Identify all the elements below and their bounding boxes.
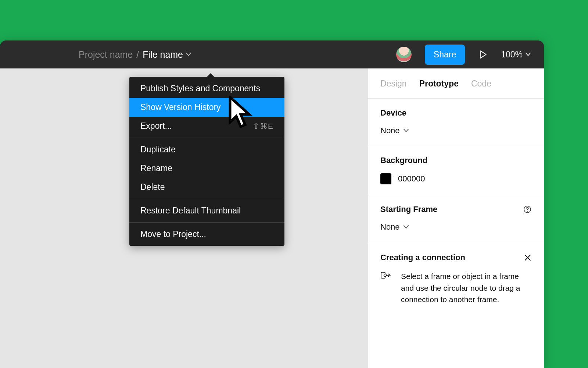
- starting-frame-title-label: Starting Frame: [380, 205, 437, 214]
- menu-item-rename[interactable]: Rename: [129, 159, 284, 178]
- cursor-icon: [229, 96, 254, 129]
- toolbar-right: Share 100%: [396, 45, 531, 65]
- tab-code[interactable]: Code: [471, 79, 491, 89]
- chevron-down-icon: [404, 225, 409, 229]
- starting-frame-select[interactable]: None: [380, 222, 531, 232]
- hint-title: Creating a connection: [380, 253, 465, 262]
- device-section: Device None: [368, 99, 544, 146]
- svg-point-3: [384, 274, 387, 277]
- project-name[interactable]: Project name: [79, 49, 133, 60]
- breadcrumb-separator: /: [136, 49, 139, 60]
- menu-item-version-history[interactable]: Show Version History: [129, 98, 284, 117]
- menu-separator: [129, 222, 284, 223]
- app-window: Project name / File name Share 100% Publ…: [0, 40, 544, 368]
- menu-item-export[interactable]: Export... ⇧⌘E: [129, 117, 284, 135]
- hint-section: Creating a connection Select a frame or …: [368, 243, 544, 315]
- menu-item-delete[interactable]: Delete: [129, 178, 284, 197]
- menu-item-label: Move to Project...: [140, 229, 206, 239]
- menu-item-label: Restore Default Thumbnail: [140, 206, 241, 216]
- menu-item-restore-thumbnail[interactable]: Restore Default Thumbnail: [129, 201, 284, 220]
- menu-item-publish[interactable]: Publish Styles and Components: [129, 77, 284, 98]
- menu-separator: [129, 138, 284, 138]
- file-name-menu-trigger[interactable]: File name: [143, 49, 191, 60]
- help-icon[interactable]: [523, 205, 531, 213]
- toolbar: Project name / File name Share 100%: [0, 40, 544, 68]
- close-icon[interactable]: [524, 254, 531, 261]
- file-name: File name: [143, 49, 183, 60]
- zoom-value: 100%: [501, 50, 523, 60]
- share-button[interactable]: Share: [425, 45, 465, 65]
- panel-tabs: Design Prototype Code: [368, 68, 544, 99]
- device-select[interactable]: None: [380, 126, 531, 135]
- menu-item-label: Export...: [140, 121, 172, 131]
- starting-frame-section: Starting Frame None: [368, 195, 544, 243]
- canvas[interactable]: Publish Styles and Components Show Versi…: [0, 68, 544, 368]
- background-section: Background 000000: [368, 146, 544, 195]
- background-color-control[interactable]: 000000: [380, 173, 531, 184]
- hint-body: Select a frame or object in a frame and …: [380, 270, 531, 305]
- starting-frame-title: Starting Frame: [380, 205, 531, 214]
- menu-item-duplicate[interactable]: Duplicate: [129, 140, 284, 159]
- menu-item-label: Publish Styles and Components: [140, 84, 260, 93]
- menu-item-shortcut: ⇧⌘E: [253, 122, 273, 131]
- color-swatch[interactable]: [380, 173, 391, 184]
- hint-text: Select a frame or object in a frame and …: [401, 270, 522, 305]
- hint-title-row: Creating a connection: [380, 253, 531, 262]
- background-title: Background: [380, 156, 531, 165]
- breadcrumb: Project name / File name: [79, 49, 191, 60]
- svg-point-1: [527, 211, 528, 212]
- menu-item-label: Delete: [140, 182, 165, 192]
- zoom-control[interactable]: 100%: [501, 50, 531, 60]
- tab-design[interactable]: Design: [380, 79, 407, 89]
- menu-item-move-to-project[interactable]: Move to Project...: [129, 225, 284, 246]
- chevron-down-icon: [186, 53, 191, 56]
- starting-frame-value: None: [380, 222, 400, 232]
- present-button[interactable]: [478, 50, 488, 59]
- file-dropdown-menu: Publish Styles and Components Show Versi…: [129, 77, 284, 246]
- menu-item-label: Duplicate: [140, 145, 176, 155]
- device-title: Device: [380, 108, 531, 118]
- menu-separator: [129, 199, 284, 199]
- right-panel: Design Prototype Code Device None Backgr…: [368, 68, 544, 368]
- connection-icon: [380, 270, 391, 282]
- chevron-down-icon: [404, 129, 409, 132]
- avatar[interactable]: [396, 47, 412, 62]
- menu-item-label: Show Version History: [140, 102, 221, 112]
- background-value: 000000: [398, 174, 425, 184]
- tab-prototype[interactable]: Prototype: [419, 79, 459, 89]
- menu-item-label: Rename: [140, 163, 172, 173]
- chevron-down-icon: [526, 53, 531, 56]
- device-value: None: [380, 126, 400, 135]
